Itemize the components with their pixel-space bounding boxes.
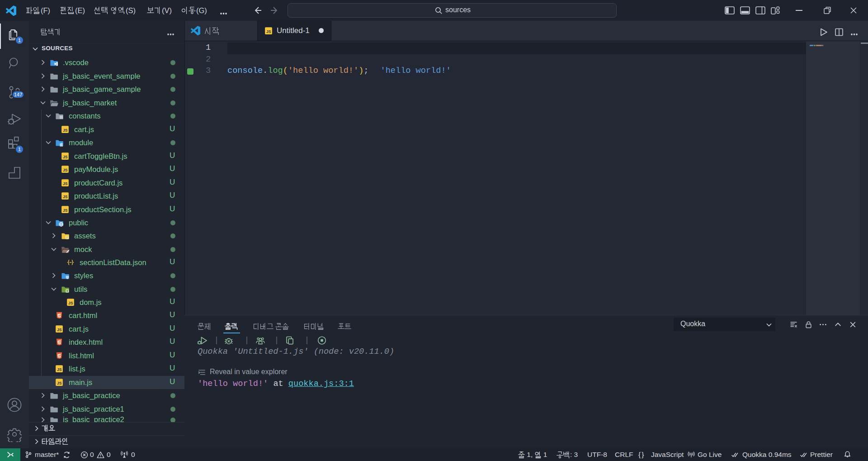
svg-text:JS: JS	[63, 194, 68, 199]
svg-text:JS: JS	[63, 181, 68, 185]
svg-text:JS: JS	[63, 208, 68, 212]
svg-text:JS: JS	[68, 300, 73, 305]
svg-text:JS: JS	[266, 29, 271, 34]
svg-text:JS: JS	[57, 367, 62, 371]
svg-text:JS: JS	[63, 128, 68, 132]
svg-text:JS: JS	[63, 154, 68, 159]
svg-text:JS: JS	[63, 167, 68, 172]
svg-text:JS: JS	[57, 380, 62, 385]
svg-text:JS: JS	[57, 327, 62, 332]
